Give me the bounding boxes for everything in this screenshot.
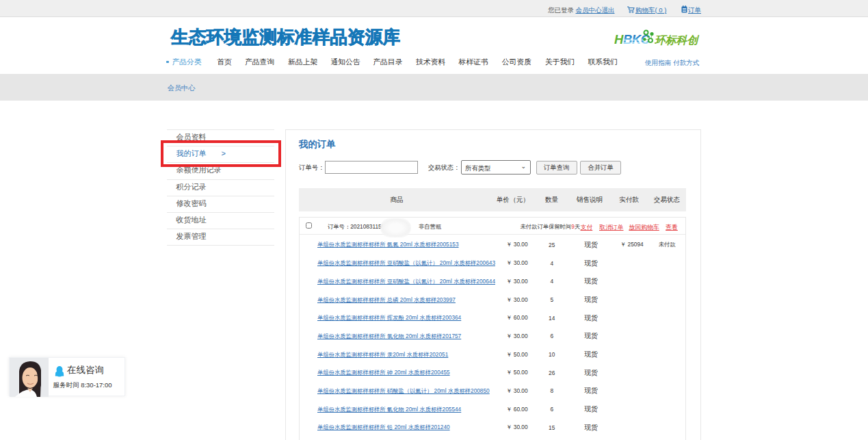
svg-text:H: H: [614, 32, 624, 47]
svg-text:环标科创: 环标科创: [654, 34, 699, 46]
